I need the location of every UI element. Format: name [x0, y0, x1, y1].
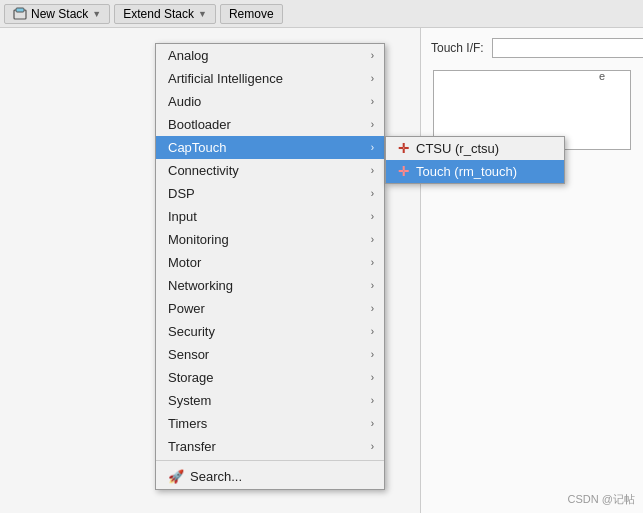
menu-item-monitoring[interactable]: Monitoring › — [156, 228, 384, 251]
menu-item-bootloader[interactable]: Bootloader › — [156, 113, 384, 136]
submenu-item-ctsu[interactable]: ✛ CTSU (r_ctsu) — [386, 137, 564, 160]
chevron-icon-sensor: › — [371, 349, 374, 360]
touch-if-field: Touch I/F: — [431, 38, 633, 58]
new-stack-chevron: ▼ — [92, 9, 101, 19]
menu-item-storage[interactable]: Storage › — [156, 366, 384, 389]
remove-button[interactable]: Remove — [220, 4, 283, 24]
new-stack-icon — [13, 7, 27, 21]
menu-item-input[interactable]: Input › — [156, 205, 384, 228]
touch-if-label: Touch I/F: — [431, 41, 484, 55]
menu-item-captouch[interactable]: CapTouch › — [156, 136, 384, 159]
menu-item-connectivity[interactable]: Connectivity › — [156, 159, 384, 182]
chevron-icon-ai: › — [371, 73, 374, 84]
chevron-icon-input: › — [371, 211, 374, 222]
menu-item-system[interactable]: System › — [156, 389, 384, 412]
search-rocket-icon: 🚀 — [168, 468, 184, 484]
menu-item-audio[interactable]: Audio › — [156, 90, 384, 113]
new-stack-button[interactable]: New Stack ▼ — [4, 4, 110, 24]
touch-if-input[interactable] — [492, 38, 643, 58]
chevron-icon-monitoring: › — [371, 234, 374, 245]
rm-touch-icon: ✛ — [396, 165, 410, 179]
menu-item-analog[interactable]: Analog › — [156, 44, 384, 67]
chevron-icon-power: › — [371, 303, 374, 314]
menu-search-item[interactable]: 🚀 Search... — [156, 463, 384, 489]
chevron-icon-analog: › — [371, 50, 374, 61]
chevron-icon-motor: › — [371, 257, 374, 268]
chevron-icon-timers: › — [371, 418, 374, 429]
chevron-icon-security: › — [371, 326, 374, 337]
chevron-icon-bootloader: › — [371, 119, 374, 130]
chevron-icon-networking: › — [371, 280, 374, 291]
menu-item-motor[interactable]: Motor › — [156, 251, 384, 274]
main-dropdown-menu: Analog › Artificial Intelligence › Audio… — [155, 43, 385, 490]
menu-item-ai[interactable]: Artificial Intelligence › — [156, 67, 384, 90]
menu-item-power[interactable]: Power › — [156, 297, 384, 320]
menu-item-security[interactable]: Security › — [156, 320, 384, 343]
remove-label: Remove — [229, 7, 274, 21]
ctsu-icon: ✛ — [396, 142, 410, 156]
watermark: CSDN @记帖 — [568, 492, 635, 507]
menu-item-transfer[interactable]: Transfer › — [156, 435, 384, 458]
menu-item-dsp[interactable]: DSP › — [156, 182, 384, 205]
right-panel: Touch I/F: e — [420, 28, 643, 513]
toolbar: New Stack ▼ Extend Stack ▼ Remove — [0, 0, 643, 28]
chevron-icon-system: › — [371, 395, 374, 406]
detail-e-label: e — [599, 70, 605, 82]
chevron-icon-audio: › — [371, 96, 374, 107]
chevron-icon-storage: › — [371, 372, 374, 383]
chevron-icon-connectivity: › — [371, 165, 374, 176]
menu-divider — [156, 460, 384, 461]
menu-item-timers[interactable]: Timers › — [156, 412, 384, 435]
submenu-item-rm-touch[interactable]: ✛ Touch (rm_touch) — [386, 160, 564, 183]
main-area: Touch I/F: e Analog › Artificial Intelli… — [0, 28, 643, 513]
chevron-icon-transfer: › — [371, 441, 374, 452]
chevron-icon-dsp: › — [371, 188, 374, 199]
new-stack-label: New Stack — [31, 7, 88, 21]
extend-stack-button[interactable]: Extend Stack ▼ — [114, 4, 216, 24]
search-label: Search... — [190, 469, 242, 484]
svg-rect-1 — [16, 8, 24, 12]
menu-item-networking[interactable]: Networking › — [156, 274, 384, 297]
extend-stack-label: Extend Stack — [123, 7, 194, 21]
menu-item-sensor[interactable]: Sensor › — [156, 343, 384, 366]
extend-stack-chevron: ▼ — [198, 9, 207, 19]
chevron-icon-captouch: › — [371, 142, 374, 153]
submenu-captouch: ✛ CTSU (r_ctsu) ✛ Touch (rm_touch) — [385, 136, 565, 184]
